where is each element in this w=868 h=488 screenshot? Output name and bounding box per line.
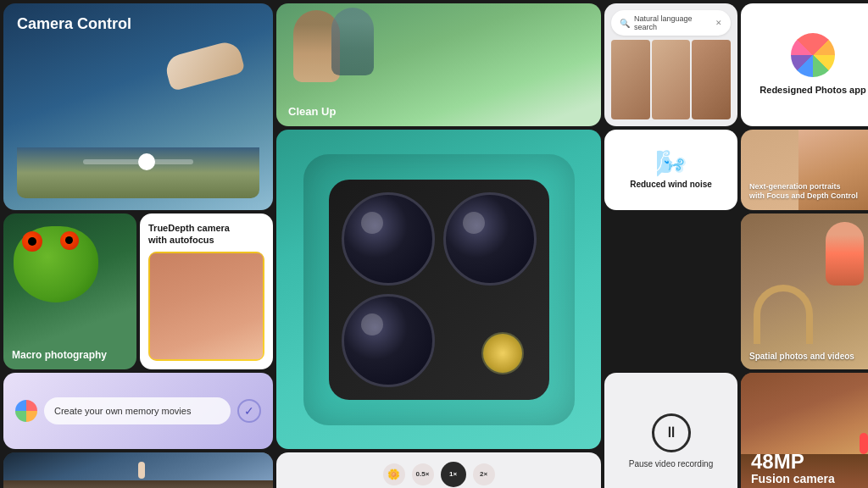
photo-thumb-1 <box>611 40 650 119</box>
main-grid: Camera Control Clean Up 🔍 Natural langua… <box>0 0 868 488</box>
lens-row: 🌼 0.5× 1× 2× <box>383 462 495 487</box>
tile-wind-noise: 🌬️ Reduced wind noise <box>604 130 737 210</box>
search-clear-icon: ✕ <box>715 19 722 27</box>
frog-pupil-left <box>28 237 36 246</box>
tile-memory: Create your own memory movies ✓ <box>3 373 273 449</box>
fusion-label: 48MP Fusion camera with 2x Telephoto <box>751 452 868 488</box>
pause-label: Pause video recording <box>629 459 714 469</box>
tile-portrait-next: Next-generation portraits with Focus and… <box>741 130 868 210</box>
tile-truedepth: TrueDepth camera with autofocus <box>140 214 273 369</box>
fusion-mp: 48MP <box>751 452 868 472</box>
lens-05x: 0.5× <box>412 463 434 485</box>
spatial-arch <box>754 285 813 344</box>
camera-control-title: Camera Control <box>17 15 131 33</box>
tile-camera-control: Camera Control <box>3 3 273 210</box>
portrait-title: Next-generation portraits <box>749 182 841 191</box>
lens-tertiary <box>342 294 435 387</box>
camera-bump <box>329 180 549 400</box>
lens-flash <box>481 332 524 374</box>
camera-control-visual <box>17 40 259 198</box>
portrait-next-label: Next-generation portraits with Focus and… <box>749 182 858 202</box>
macro-label: Macro photography <box>12 349 107 361</box>
truedepth-label: TrueDepth camera with autofocus <box>148 222 264 247</box>
search-bar[interactable]: 🔍 Natural language search ✕ <box>611 10 731 36</box>
portrait-subtitle: with Focus and Depth Control <box>749 191 858 200</box>
lens-main <box>342 192 435 286</box>
frog-eye-left <box>22 231 42 252</box>
lens-1x-label: 1× <box>449 470 457 478</box>
tile-fusion: 48MP Fusion camera with 2x Telephoto <box>741 373 868 488</box>
lens-05x-label: 0.5× <box>416 470 430 478</box>
photos-icon <box>791 33 835 77</box>
fusion-title: Fusion camera <box>751 472 868 486</box>
tile-ultrawide: New Ultra Wide with autofocus <box>3 452 273 488</box>
tile-macro: Macro photography <box>3 214 136 369</box>
memory-icon <box>15 400 37 422</box>
lens-2x: 2× <box>473 463 495 485</box>
tile-lenses: 🌼 0.5× 1× 2× Four lenses in your pocket <box>276 452 601 488</box>
truedepth-subtitle: with autofocus <box>148 235 214 245</box>
slider-indicator <box>138 153 155 170</box>
memory-check: ✓ <box>237 399 261 423</box>
portrait-overlay <box>148 252 264 361</box>
photo-thumb-2 <box>652 40 691 119</box>
pause-button[interactable]: ⏸ <box>652 413 691 452</box>
cleanup-label: Clean Up <box>288 105 336 118</box>
lens-secondary <box>443 192 537 286</box>
frog-pupil-right <box>65 236 73 244</box>
wind-icon: 🌬️ <box>655 151 687 176</box>
flash-cell <box>443 294 537 387</box>
ultrawide-rocks <box>3 480 273 488</box>
camera-slider-bar <box>83 159 193 164</box>
flower-lens: 🌼 <box>383 463 405 485</box>
ultrawide-person <box>138 462 145 479</box>
finger-shape <box>163 39 245 92</box>
photos-app-label: Redesigned Photos app <box>760 84 865 96</box>
spatial-person <box>826 222 864 286</box>
tile-natural-search: 🔍 Natural language search ✕ <box>604 3 737 126</box>
tile-main-camera <box>276 130 601 449</box>
cleanup-person-2 <box>331 8 374 75</box>
tile-photos-app: Redesigned Photos app <box>741 3 868 126</box>
frog-body <box>14 226 98 302</box>
tile-cleanup: Clean Up <box>276 3 601 126</box>
phone-corner <box>303 154 575 425</box>
frog-eye-right <box>60 231 79 250</box>
memory-input-bar[interactable]: Create your own memory movies <box>44 397 231 424</box>
memory-input-text: Create your own memory movies <box>54 406 191 416</box>
lens-1x: 1× <box>441 462 466 487</box>
spatial-label: Spatial photos and videos <box>749 352 854 361</box>
portrait-photo <box>148 252 264 361</box>
photo-thumb-3 <box>692 40 731 119</box>
portrait-phone <box>148 252 264 361</box>
lens-2x-label: 2× <box>480 470 487 478</box>
truedepth-title: TrueDepth camera <box>148 223 230 233</box>
photo-grid <box>611 40 731 119</box>
search-input-text: Natural language search <box>634 14 711 31</box>
tile-pause: ⏸ Pause video recording <box>604 373 737 488</box>
tile-spatial: Spatial photos and videos <box>741 214 868 369</box>
search-icon: 🔍 <box>620 19 630 28</box>
wind-label: Reduced wind noise <box>630 180 712 189</box>
pause-icon: ⏸ <box>664 424 679 441</box>
landscape-bg <box>17 147 259 198</box>
